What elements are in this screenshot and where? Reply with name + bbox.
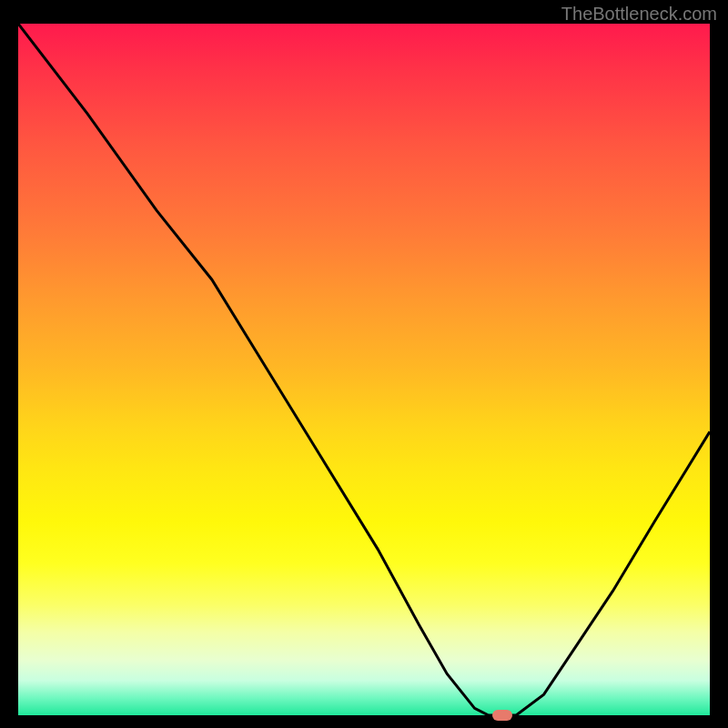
chart-plot-area xyxy=(18,24,710,715)
watermark-text: TheBottleneck.com xyxy=(561,4,717,25)
bottleneck-curve xyxy=(18,24,710,715)
optimal-point-marker xyxy=(492,710,512,721)
